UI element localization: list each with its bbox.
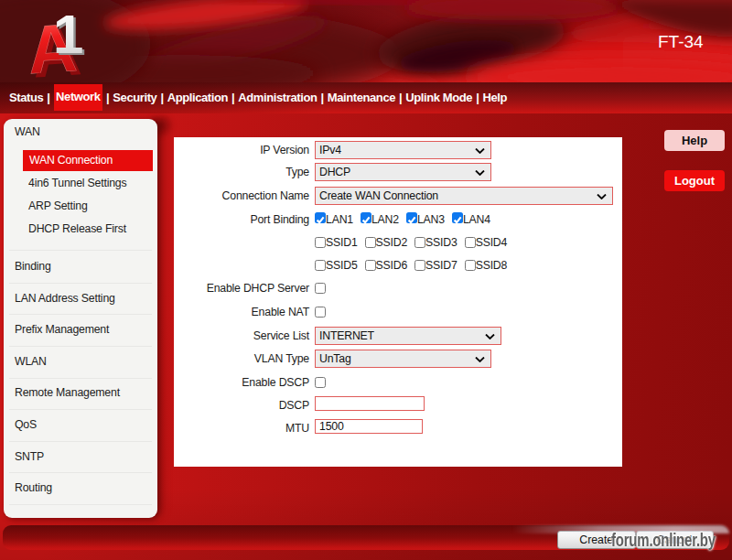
svg-text:1: 1: [53, 4, 83, 65]
